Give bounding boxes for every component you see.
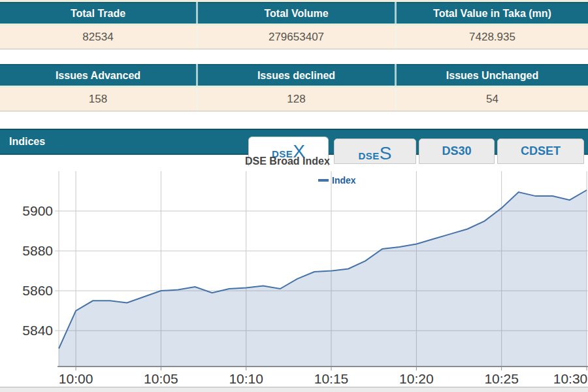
dse-market-dashboard: Total Trade Total Volume Total Value in … — [0, 0, 588, 392]
trade-summary-value-row: 82534 279653407 7428.935 — [0, 25, 588, 50]
trade-summary-header-row: Total Trade Total Volume Total Value in … — [0, 2, 588, 25]
index-area-fill — [59, 190, 587, 367]
y-axis-label: 5900 — [22, 203, 53, 218]
x-axis-label: 10:00 — [59, 371, 93, 386]
tab-dses-label-small: DSE — [358, 150, 379, 161]
tab-dses-label-big: S — [380, 144, 392, 163]
index-area-chart[interactable]: 584058605880590010:0010:0510:1010:1510:2… — [0, 167, 588, 392]
chart-legend-item-index[interactable]: Index — [318, 175, 356, 186]
x-axis-label: 10:20 — [399, 371, 434, 386]
tab-dses[interactable]: DSES — [334, 139, 416, 164]
tab-cdset[interactable]: CDSET — [497, 139, 584, 164]
y-axis-label: 5840 — [22, 323, 53, 338]
trade-summary-table: Total Trade Total Volume Total Value in … — [0, 2, 588, 50]
x-axis-label: 10:30 — [553, 371, 588, 386]
total-trade-header: Total Trade — [0, 2, 196, 24]
total-volume-header: Total Volume — [198, 2, 395, 24]
total-value-header: Total Value in Taka (mn) — [397, 2, 588, 24]
x-axis-label: 10:15 — [314, 371, 349, 386]
issues-header-row: Issues Advanced Issues declined Issues U… — [0, 64, 588, 88]
total-value-value: 7428.935 — [397, 25, 588, 48]
issues-value-row: 158 128 54 — [0, 88, 588, 112]
chart-title: DSE Broad Index — [245, 155, 330, 167]
total-volume-value: 279653407 — [198, 25, 395, 48]
x-axis-label: 10:25 — [484, 371, 519, 386]
legend-line-icon — [318, 179, 329, 182]
x-axis-label: 10:05 — [144, 371, 178, 386]
tab-ds30[interactable]: DS30 — [419, 139, 495, 164]
legend-label: Index — [332, 175, 356, 186]
y-axis-label: 5880 — [22, 243, 53, 258]
indices-section-title: Indices — [0, 136, 45, 148]
issues-declined-value: 128 — [198, 88, 395, 110]
issues-declined-header: Issues declined — [198, 64, 395, 86]
total-trade-value: 82534 — [0, 25, 196, 48]
issues-advanced-header: Issues Advanced — [0, 64, 196, 86]
tab-ds30-label: DS30 — [442, 144, 471, 158]
issues-table: Issues Advanced Issues declined Issues U… — [0, 64, 588, 112]
tab-cdset-label: CDSET — [521, 144, 561, 158]
issues-advanced-value: 158 — [0, 88, 196, 110]
issues-unchanged-header: Issues Unchanged — [397, 64, 588, 86]
x-axis-label: 10:10 — [229, 371, 263, 386]
y-axis-label: 5860 — [22, 283, 53, 298]
issues-unchanged-value: 54 — [397, 88, 588, 110]
